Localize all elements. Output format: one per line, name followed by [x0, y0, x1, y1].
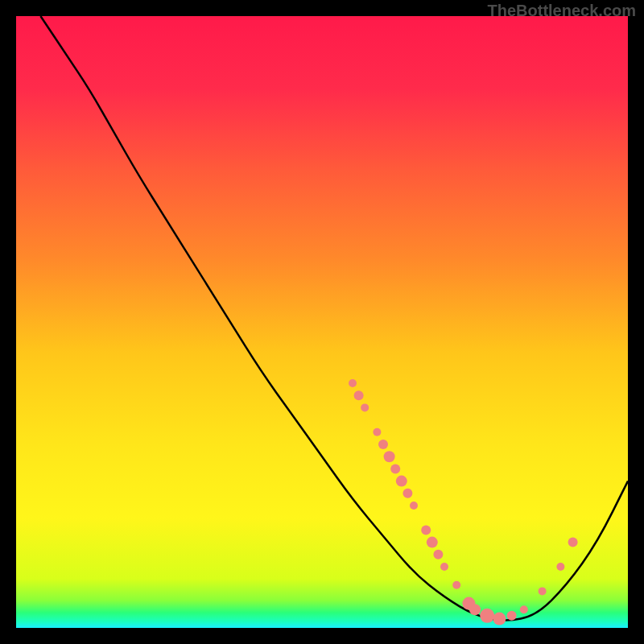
- data-point: [452, 581, 460, 589]
- data-point: [520, 605, 528, 613]
- data-point: [440, 563, 448, 571]
- data-point: [433, 550, 443, 559]
- data-point: [354, 390, 364, 400]
- data-point: [493, 613, 506, 625]
- data-point: [402, 489, 412, 498]
- data-point: [361, 403, 369, 411]
- data-point: [568, 538, 578, 547]
- data-point: [410, 502, 418, 510]
- data-point: [556, 563, 564, 571]
- data-point: [539, 587, 547, 595]
- bottleneck-curve: [40, 16, 628, 621]
- data-point: [373, 428, 381, 436]
- data-point: [390, 464, 400, 473]
- data-point: [378, 440, 388, 449]
- curve-layer: [16, 16, 628, 628]
- data-point: [349, 379, 357, 387]
- plot-area: [16, 16, 628, 628]
- data-point: [396, 476, 407, 487]
- chart-container: TheBottleneck.com: [0, 0, 644, 644]
- data-point: [384, 451, 395, 462]
- data-point: [421, 525, 431, 535]
- data-points-group: [349, 379, 578, 625]
- data-point: [427, 537, 438, 548]
- data-point: [507, 611, 517, 621]
- data-point: [480, 609, 494, 623]
- data-point: [469, 604, 481, 615]
